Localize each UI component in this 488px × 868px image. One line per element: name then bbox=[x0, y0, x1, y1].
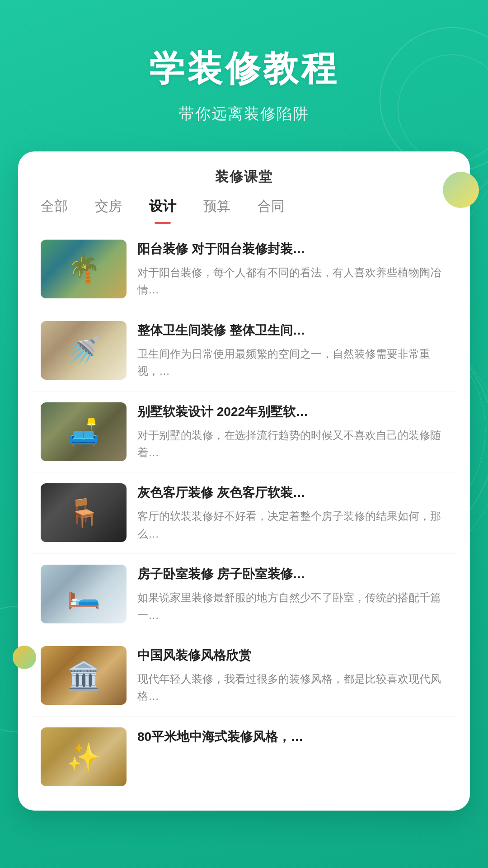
article-content: 阳台装修 对于阳台装修封装… 对于阳台装修，每个人都有不同的看法，有人喜欢养些植… bbox=[137, 240, 447, 299]
article-title: 房子卧室装修 房子卧室装修… bbox=[137, 565, 447, 584]
page-title: 学装修教程 bbox=[0, 45, 488, 93]
article-desc: 客厅的软装装修好不好看，决定着整个房子装修的结果如何，那么… bbox=[137, 508, 447, 542]
tab-budget[interactable]: 预算 bbox=[203, 197, 230, 224]
tab-all[interactable]: 全部 bbox=[41, 197, 68, 224]
article-content: 房子卧室装修 房子卧室装修… 如果说家里装修最舒服的地方自然少不了卧室，传统的搭… bbox=[137, 565, 447, 624]
article-desc: 现代年轻人装修，我看过很多的装修风格，都是比较喜欢现代风格… bbox=[137, 670, 447, 705]
article-thumbnail bbox=[41, 321, 127, 380]
article-title: 中国风装修风格欣赏 bbox=[137, 646, 447, 665]
article-content: 中国风装修风格欣赏 现代年轻人装修，我看过很多的装修风格，都是比较喜欢现代风格… bbox=[137, 646, 447, 705]
article-item[interactable]: 别墅软装设计 2022年别墅软… 对于别墅的装修，在选择流行趋势的时候又不喜欢自… bbox=[32, 392, 456, 473]
article-title: 灰色客厅装修 灰色客厅软装… bbox=[137, 483, 447, 502]
article-title: 阳台装修 对于阳台装修封装… bbox=[137, 240, 447, 259]
article-desc: 卫生间作为日常使用最频繁的空间之一，自然装修需要非常重视，… bbox=[137, 345, 447, 380]
tab-contract[interactable]: 合同 bbox=[258, 197, 285, 224]
article-desc: 对于别墅的装修，在选择流行趋势的时候又不喜欢自己的装修随着… bbox=[137, 427, 447, 462]
page-subtitle: 带你远离装修陷阱 bbox=[0, 104, 488, 124]
article-desc: 对于阳台装修，每个人都有不同的看法，有人喜欢养些植物陶冶情… bbox=[137, 264, 447, 299]
article-item[interactable]: 房子卧室装修 房子卧室装修… 如果说家里装修最舒服的地方自然少不了卧室，传统的搭… bbox=[32, 554, 456, 635]
article-title: 80平米地中海式装修风格，… bbox=[137, 727, 447, 746]
article-content: 80平米地中海式装修风格，… bbox=[137, 727, 447, 752]
article-thumbnail bbox=[41, 646, 127, 705]
bottom-space bbox=[0, 811, 488, 838]
article-thumbnail bbox=[41, 483, 127, 542]
article-item[interactable]: 中国风装修风格欣赏 现代年轻人装修，我看过很多的装修风格，都是比较喜欢现代风格… bbox=[32, 635, 456, 717]
article-item[interactable]: 灰色客厅装修 灰色客厅软装… 客厅的软装装修好不好看，决定着整个房子装修的结果如… bbox=[32, 472, 456, 554]
tab-handover[interactable]: 交房 bbox=[95, 197, 122, 224]
article-item[interactable]: 整体卫生间装修 整体卫生间… 卫生间作为日常使用最频繁的空间之一，自然装修需要非… bbox=[32, 310, 456, 392]
article-thumbnail bbox=[41, 565, 127, 623]
category-tabs: 全部 交房 设计 预算 合同 bbox=[18, 186, 470, 224]
article-item[interactable]: 阳台装修 对于阳台装修封装… 对于阳台装修，每个人都有不同的看法，有人喜欢养些植… bbox=[32, 229, 456, 310]
tab-design[interactable]: 设计 bbox=[149, 197, 176, 224]
article-title: 整体卫生间装修 整体卫生间… bbox=[137, 321, 447, 340]
article-thumbnail bbox=[41, 727, 127, 786]
card-title: 装修课堂 bbox=[18, 151, 470, 186]
article-title: 别墅软装设计 2022年别墅软… bbox=[137, 402, 447, 421]
page-header: 学装修教程 带你远离装修陷阱 bbox=[0, 0, 488, 151]
article-list: 阳台装修 对于阳台装修封装… 对于阳台装修，每个人都有不同的看法，有人喜欢养些植… bbox=[18, 229, 470, 797]
article-thumbnail bbox=[41, 402, 127, 461]
article-item[interactable]: 80平米地中海式装修风格，… bbox=[32, 717, 456, 797]
article-desc: 如果说家里装修最舒服的地方自然少不了卧室，传统的搭配千篇一… bbox=[137, 589, 447, 624]
article-content: 别墅软装设计 2022年别墅软… 对于别墅的装修，在选择流行趋势的时候又不喜欢自… bbox=[137, 402, 447, 462]
article-content: 整体卫生间装修 整体卫生间… 卫生间作为日常使用最频繁的空间之一，自然装修需要非… bbox=[137, 321, 447, 380]
main-card: 装修课堂 全部 交房 设计 预算 合同 阳台装修 对于阳台装修封装… 对于阳台装… bbox=[18, 151, 470, 811]
article-content: 灰色客厅装修 灰色客厅软装… 客厅的软装装修好不好看，决定着整个房子装修的结果如… bbox=[137, 483, 447, 542]
article-thumbnail bbox=[41, 240, 127, 298]
